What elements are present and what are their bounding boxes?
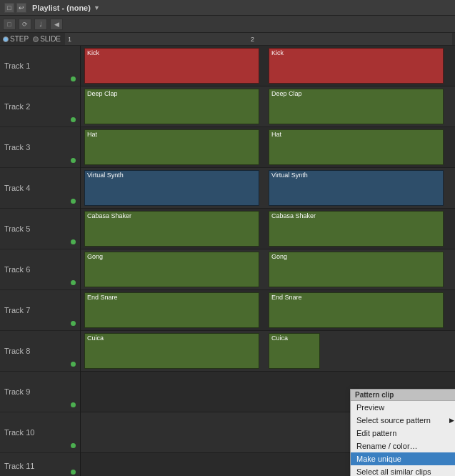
step-label: STEP	[10, 35, 29, 43]
toolbar-btn-4[interactable]: ◀	[50, 19, 63, 30]
playlist-title: Playlist - (none)	[32, 4, 91, 12]
toolbar: □ ⟳ ♩ ◀	[0, 16, 455, 33]
playlist-track-2[interactable]: Deep Clap Deep Clap	[81, 86, 455, 127]
timeline-marker-1: 1	[68, 36, 71, 43]
track-led-8	[71, 362, 76, 367]
timeline-marker-2: 2	[251, 36, 254, 43]
clip-gong-2-label: Gong	[271, 253, 287, 260]
clip-kick-2-label: Kick	[271, 49, 284, 56]
ctx-item-select-similar[interactable]: Select all similar clips	[351, 465, 455, 476]
title-dropdown-arrow[interactable]: ▼	[94, 4, 100, 11]
playlist-area: Kick Kick Deep Clap Deep Clap Hat Hat	[81, 46, 455, 476]
clip-gong-1[interactable]: Gong	[84, 252, 259, 287]
playlist-track-7[interactable]: End Snare End Snare	[81, 290, 455, 331]
track-label-4[interactable]: Track 4	[0, 168, 80, 209]
clip-gong-1-label: Gong	[87, 253, 103, 260]
track-label-11[interactable]: Track 11	[0, 453, 80, 476]
playlist-track-3[interactable]: Hat Hat	[81, 127, 455, 168]
slide-radio-dot	[33, 36, 39, 42]
clip-gong-2[interactable]: Gong	[269, 252, 444, 287]
playlist-track-6[interactable]: Gong Gong	[81, 249, 455, 290]
clip-cuica-1[interactable]: Cuica	[84, 333, 259, 369]
playlist-track-4[interactable]: Virtual Synth Virtual Synth	[81, 168, 455, 209]
track-label-6[interactable]: Track 6	[0, 249, 80, 290]
main-area: Track 1 Track 2 Track 3 Track 4 Track 5 …	[0, 46, 455, 476]
track-led-7	[71, 321, 76, 326]
title-bar-icons: □ ↩	[4, 3, 26, 13]
clip-vsynth-1-label: Virtual Synth	[87, 172, 124, 179]
track-led-11	[71, 470, 76, 475]
step-radio[interactable]: STEP	[3, 35, 29, 43]
track-labels: Track 1 Track 2 Track 3 Track 4 Track 5 …	[0, 46, 81, 476]
playlist-track-8[interactable]: Cuica Cuica	[81, 331, 455, 372]
track-led-4	[71, 199, 76, 204]
clip-deepclap-2[interactable]: Deep Clap	[269, 89, 444, 124]
clip-deepclap-1[interactable]: Deep Clap	[84, 89, 259, 124]
clip-cabasa-1[interactable]: Cabasa Shaker	[84, 211, 259, 247]
context-menu: Pattern clip Preview Select source patte…	[350, 389, 455, 476]
step-radio-dot	[3, 36, 9, 42]
clip-cabasa-1-label: Cabasa Shaker	[87, 212, 131, 219]
ctx-item-edit-pattern[interactable]: Edit pattern	[351, 427, 455, 440]
clip-deepclap-2-label: Deep Clap	[271, 90, 302, 97]
clip-kick-1-label: Kick	[87, 49, 99, 56]
title-icon-2[interactable]: ↩	[16, 3, 26, 13]
clip-kick-2[interactable]: Kick	[269, 48, 444, 84]
clip-cuica-1-label: Cuica	[87, 334, 104, 342]
ctx-item-select-source[interactable]: Select source pattern ▶	[351, 414, 455, 427]
toolbar-btn-2[interactable]: ⟳	[19, 19, 31, 30]
track-label-3[interactable]: Track 3	[0, 127, 80, 168]
track-label-2[interactable]: Track 2	[0, 86, 80, 127]
title-icon-1[interactable]: □	[4, 3, 14, 13]
track-label-10[interactable]: Track 10	[0, 412, 80, 453]
clip-cabasa-2-label: Cabasa Shaker	[271, 212, 316, 219]
timeline-bar: 1 2	[65, 33, 452, 45]
clip-vsynth-1[interactable]: Virtual Synth	[84, 170, 259, 206]
track-led-9	[71, 402, 76, 407]
clip-endsnare-1-label: End Snare	[87, 294, 118, 301]
track-label-9[interactable]: Track 9	[0, 372, 80, 412]
clip-vsynth-2[interactable]: Virtual Synth	[269, 170, 444, 206]
track-label-7[interactable]: Track 7	[0, 290, 80, 331]
ctx-item-make-unique[interactable]: Make unique	[351, 452, 455, 465]
clip-cabasa-2[interactable]: Cabasa Shaker	[269, 211, 444, 247]
playlist-track-1[interactable]: Kick Kick	[81, 46, 455, 86]
track-label-1[interactable]: Track 1	[0, 46, 80, 86]
clip-hat-1[interactable]: Hat	[84, 129, 259, 165]
clip-endsnare-2-label: End Snare	[271, 294, 302, 301]
title-bar: □ ↩ Playlist - (none) ▼	[0, 0, 455, 16]
step-slide-bar: STEP SLIDE 1 2	[0, 33, 455, 46]
slide-radio[interactable]: SLIDE	[33, 35, 61, 43]
clip-vsynth-2-label: Virtual Synth	[271, 172, 308, 179]
toolbar-btn-3[interactable]: ♩	[34, 19, 47, 30]
clip-deepclap-1-label: Deep Clap	[87, 90, 118, 97]
clip-hat-2[interactable]: Hat	[269, 129, 444, 165]
clip-endsnare-1[interactable]: End Snare	[84, 292, 259, 328]
clip-kick-1[interactable]: Kick	[84, 48, 259, 84]
track-label-5[interactable]: Track 5	[0, 209, 80, 249]
track-led-6	[71, 280, 76, 285]
track-led-1	[71, 76, 76, 81]
clip-cuica-2[interactable]: Cuica	[269, 333, 320, 369]
slide-label: SLIDE	[40, 35, 61, 43]
track-led-3	[71, 158, 76, 163]
clip-hat-1-label: Hat	[87, 131, 97, 138]
ctx-item-rename[interactable]: Rename / color…	[351, 440, 455, 452]
ctx-submenu-arrow-1: ▶	[449, 417, 454, 424]
toolbar-btn-1[interactable]: □	[3, 19, 16, 30]
track-label-8[interactable]: Track 8	[0, 331, 80, 372]
ctx-item-preview[interactable]: Preview	[351, 401, 455, 414]
track-led-5	[71, 239, 76, 244]
playlist-track-5[interactable]: Cabasa Shaker Cabasa Shaker	[81, 209, 455, 249]
track-led-2	[71, 117, 76, 122]
clip-endsnare-2[interactable]: End Snare	[269, 292, 444, 328]
context-menu-header: Pattern clip	[351, 390, 455, 401]
clip-hat-2-label: Hat	[271, 131, 281, 138]
clip-cuica-2-label: Cuica	[271, 334, 288, 342]
track-led-10	[71, 443, 76, 448]
